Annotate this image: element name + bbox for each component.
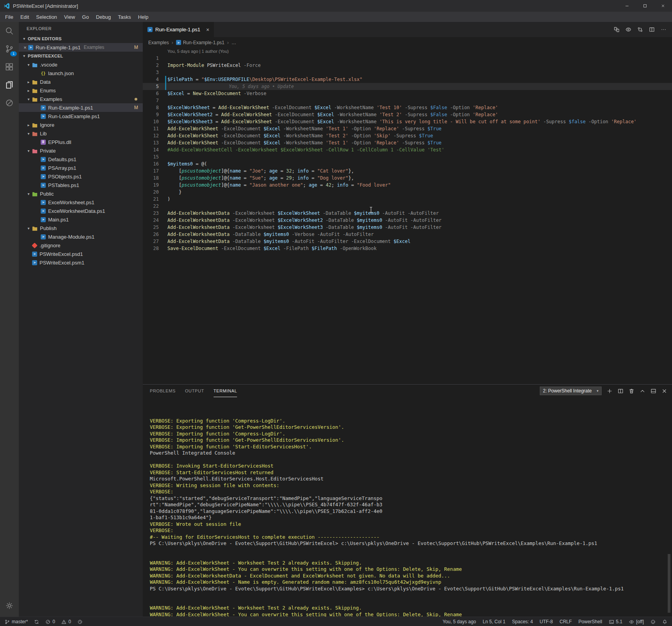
code-line-content[interactable] [167, 97, 170, 104]
code-line-content[interactable]: $ExcelWorkSheet3 = Add-ExcelWorkSheet -E… [167, 118, 636, 125]
code-line[interactable]: 1 [143, 55, 672, 62]
code-line[interactable]: 19 [pscustomobject]@{name = "Jason anoth… [143, 182, 672, 189]
tree-item-pswriteexcel-psd1[interactable]: >PSWriteExcel.psd1 [19, 250, 143, 258]
toggle-panel-icon[interactable] [650, 388, 656, 394]
activity-search-icon[interactable] [0, 22, 19, 40]
workspace-root-header[interactable]: ▾ PSWRITEEXCEL [19, 52, 143, 60]
code-line[interactable]: 16$myitems0 = @( [143, 160, 672, 167]
tab-close-icon[interactable]: × [206, 27, 209, 33]
code-line-content[interactable] [167, 153, 170, 160]
code-line[interactable]: 27Add-ExcelWorksheetData -DataTable $myi… [143, 238, 672, 245]
tree-item-epplus-dll[interactable]: DEPPlus.dll [19, 138, 143, 146]
code-line-content[interactable]: $Excel = New-ExcelDocument -Verbose [167, 90, 266, 97]
panel-tab-terminal[interactable]: TERMINAL [214, 385, 237, 397]
tree-item-gitignore[interactable]: .gitignore [19, 241, 143, 250]
code-line[interactable]: 18 [pscustomobject]@{name = "Sue"; age =… [143, 174, 672, 182]
code-line-content[interactable]: Add-ExcelWorkSheet -ExcelDocument $Excel… [167, 132, 433, 139]
tree-item-private[interactable]: ▾Private [19, 146, 143, 155]
status-powershell-version[interactable]: 5.1 [609, 619, 623, 624]
tree-item-main-ps1[interactable]: >Main.ps1 [19, 215, 143, 224]
code-line[interactable]: 21) [143, 196, 672, 203]
status-cursor-position[interactable]: Ln 5, Col 1 [483, 619, 505, 624]
compare-icon[interactable] [637, 27, 643, 32]
terminal-scrollbar[interactable] [668, 554, 670, 613]
breadcrumb-item-run-example-1-ps1[interactable]: >Run-Example-1.ps1 [176, 40, 225, 45]
breadcrumb-item-examples[interactable]: Examples [148, 40, 169, 45]
status-git-branch[interactable]: master* [5, 619, 28, 624]
code-line-content[interactable]: Import-Module PSWriteExcel -Force [167, 62, 261, 69]
status-notifications[interactable] [662, 619, 667, 624]
close-icon[interactable]: × [22, 45, 28, 50]
code-line-content[interactable]: Add-ExcelWorksheetData -DataTable $myite… [167, 231, 374, 238]
status-gitlens-blame[interactable]: You, 5 days ago [442, 619, 476, 624]
settings-gear-icon[interactable] [0, 598, 19, 613]
tree-item-publish[interactable]: ▾Publish [19, 224, 143, 232]
code-line[interactable]: 11Add-ExcelWorkSheet -ExcelDocument $Exc… [143, 125, 672, 132]
code-line[interactable]: 23Add-ExcelWorksheetData -ExcelWorksheet… [143, 210, 672, 217]
tree-item-lib[interactable]: ▾Lib [19, 129, 143, 138]
code-line-content[interactable]: You, 5 days ago • Update [167, 83, 294, 90]
tree-item-manage-module-ps1[interactable]: >Manage-Module.ps1 [19, 232, 143, 241]
code-line[interactable]: 6$Excel = New-ExcelDocument -Verbose [143, 90, 672, 97]
code-line-content[interactable]: Add-ExcelWorkSheet -ExcelDocument $Excel… [167, 139, 442, 146]
split-terminal-icon[interactable] [618, 388, 623, 394]
breadcrumb-item-[interactable]: … [232, 40, 236, 45]
code-line[interactable]: 7 [143, 97, 672, 104]
status-gitlens-annotations[interactable]: [off] [629, 619, 644, 624]
activity-debug-icon[interactable] [0, 94, 19, 112]
code-line-content[interactable]: Add-ExcelWorkSheet -ExcelDocument $Excel… [167, 125, 442, 132]
menu-tasks[interactable]: Tasks [114, 12, 134, 22]
code-editor[interactable]: You, 5 days ago | 1 author (You)1 2Impor… [143, 48, 672, 384]
code-line[interactable]: 28Save-ExcelDocument -ExcelDocument $Exc… [143, 245, 672, 252]
menu-selection[interactable]: Selection [32, 12, 60, 22]
code-line[interactable]: 17 [pscustomobject]@{name = "Joe"; age =… [143, 167, 672, 174]
tree-item-examples[interactable]: ▾Examples [19, 95, 143, 103]
terminal-output[interactable]: VERBOSE: Exporting function 'Compress-Lo… [143, 397, 672, 617]
activity-extensions-icon[interactable] [0, 58, 19, 76]
code-line[interactable]: 24Add-ExcelWorksheetData -ExcelWorksheet… [143, 217, 672, 224]
code-line[interactable]: 5You, 5 days ago • Update [143, 83, 672, 90]
status-language-mode[interactable]: PowerShell [579, 619, 602, 624]
tree-item-vscode[interactable]: ▾.vscode [19, 60, 143, 69]
panel-tab-problems[interactable]: PROBLEMS [150, 385, 176, 397]
tree-item-data[interactable]: ▸Data [19, 77, 143, 86]
code-line-content[interactable]: [pscustomobject]@{name = "Joe"; age = 32… [167, 167, 354, 174]
tree-item-psobjects-ps1[interactable]: >PSObjects.ps1 [19, 172, 143, 181]
new-terminal-icon[interactable] [607, 388, 613, 394]
tree-item-run-example-1-ps1[interactable]: >Run-Example-1.ps1M [19, 103, 143, 112]
maximize-button[interactable] [636, 0, 654, 12]
code-line[interactable]: 10$ExcelWorkSheet3 = Add-ExcelWorkSheet … [143, 118, 672, 125]
tree-item-defaults-ps1[interactable]: >Defaults.ps1 [19, 155, 143, 164]
code-line-content[interactable]: Add-ExcelWorksheetData -ExcelWorksheet $… [167, 210, 439, 217]
activity-explorer-icon[interactable] [0, 76, 19, 94]
code-line[interactable]: 15 [143, 153, 672, 160]
tree-item-public[interactable]: ▾Public [19, 189, 143, 198]
code-line[interactable]: 12Add-ExcelWorkSheet -ExcelDocument $Exc… [143, 132, 672, 139]
tree-item-ignore[interactable]: ▸Ignore [19, 121, 143, 129]
code-line-content[interactable]: Save-ExcelDocument -ExcelDocument $Excel… [167, 245, 377, 252]
maximize-panel-icon[interactable] [640, 388, 645, 394]
status-error-count[interactable]: 0 [45, 619, 55, 624]
code-line[interactable]: 22 [143, 203, 672, 210]
menu-edit[interactable]: Edit [17, 12, 32, 22]
status-indentation[interactable]: Spaces: 4 [512, 619, 533, 624]
status-sync[interactable] [34, 619, 39, 624]
tree-item-excelworksheetdata-ps1[interactable]: >ExcelWorksheetData.ps1 [19, 207, 143, 215]
gitlens-authors-lens[interactable]: You, 5 days ago | 1 author (You) [143, 48, 672, 55]
tree-item-excelworksheet-ps1[interactable]: >ExcelWorksheet.ps1 [19, 198, 143, 207]
kill-terminal-icon[interactable] [629, 388, 634, 394]
code-line-content[interactable]: $FilePath = "$Env:USERPROFILE\Desktop\PS… [167, 76, 363, 83]
status-encoding[interactable]: UTF-8 [539, 619, 553, 624]
code-line[interactable]: 13Add-ExcelWorkSheet -ExcelDocument $Exc… [143, 139, 672, 146]
code-line[interactable]: 9$ExcelWorkSheet2 = Add-ExcelWorkSheet -… [143, 111, 672, 118]
code-line-content[interactable]: [pscustomobject]@{name = "Jason another … [167, 182, 391, 189]
code-line[interactable]: 25Add-ExcelWorksheetData -ExcelWorksheet… [143, 224, 672, 231]
close-panel-icon[interactable] [661, 388, 667, 394]
menu-help[interactable]: Help [135, 12, 152, 22]
open-changes-icon[interactable] [614, 27, 620, 32]
code-line-content[interactable]: $myitems0 = @( [167, 160, 207, 167]
status-eol[interactable]: CRLF [559, 619, 571, 624]
status-warning-count[interactable]: 0 [61, 619, 71, 624]
menu-view[interactable]: View [61, 12, 79, 22]
code-line[interactable]: 2Import-Module PSWriteExcel -Force [143, 62, 672, 69]
